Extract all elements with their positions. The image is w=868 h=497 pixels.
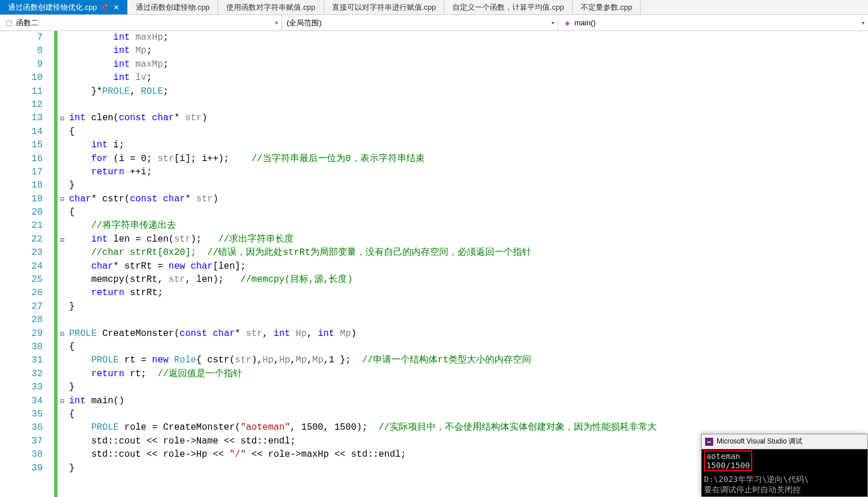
close-icon[interactable]: ✕ bbox=[113, 3, 119, 12]
code-line[interactable]: return rt; //返回值是一个指针 bbox=[69, 368, 868, 381]
fold-spacer bbox=[58, 85, 67, 98]
code-line[interactable] bbox=[69, 314, 868, 327]
line-number: 30 bbox=[0, 341, 43, 354]
fold-spacer bbox=[58, 314, 67, 327]
code-line[interactable]: int maxHp; bbox=[69, 31, 868, 44]
code-line[interactable]: char* cstr(const char* str) bbox=[69, 193, 868, 206]
code-line[interactable]: PROLE rt = new Role{ cstr(str),Hp,Hp,Mp,… bbox=[69, 354, 868, 367]
tab-label: 直接可以对字符串进行赋值.cpp bbox=[332, 2, 436, 13]
line-number: 21 bbox=[0, 219, 43, 232]
fold-spacer bbox=[58, 462, 67, 475]
fold-spacer bbox=[58, 139, 67, 152]
fold-toggle[interactable]: ⊟ bbox=[58, 327, 67, 341]
project-dropdown[interactable]: ⬚ 函数二 ▾ bbox=[0, 15, 282, 30]
code-line[interactable]: int Mp; bbox=[69, 44, 868, 58]
file-tab[interactable]: 直接可以对字符串进行赋值.cpp bbox=[324, 0, 445, 14]
console-line: 1500/1500 bbox=[706, 461, 750, 470]
code-editor[interactable]: int maxHp; int Mp; int maxMp; int lv; }*… bbox=[67, 31, 868, 497]
file-tab[interactable]: 通过函数创建怪物.cpp bbox=[128, 0, 219, 14]
file-tab[interactable]: 不定量参数.cpp bbox=[573, 0, 641, 14]
fold-spacer bbox=[58, 408, 67, 421]
scope-label: (全局范围) bbox=[287, 18, 322, 28]
code-line[interactable]: PROLE role = CreateMonster("aoteman", 15… bbox=[69, 421, 868, 434]
fold-spacer bbox=[58, 368, 67, 381]
tab-bar: 通过函数创建怪物优化.cpp📌✕通过函数创建怪物.cpp使用函数对字符串赋值.c… bbox=[0, 0, 868, 15]
fold-spacer bbox=[58, 246, 67, 259]
fold-spacer bbox=[58, 381, 67, 394]
code-line[interactable]: memcpy(strRt, str, len); //memcpy(目标,源,长… bbox=[69, 273, 868, 286]
tab-label: 通过函数创建怪物优化.cpp bbox=[8, 2, 97, 13]
fold-spacer bbox=[58, 300, 67, 314]
code-line[interactable]: } bbox=[69, 179, 868, 192]
member-label: main() bbox=[574, 18, 596, 27]
navigation-bar: ⬚ 函数二 ▾ (全局范围) ▾ ◈ main() ▾ bbox=[0, 15, 868, 31]
pin-icon[interactable]: 📌 bbox=[101, 4, 108, 10]
fold-toggle[interactable]: ⊟ bbox=[58, 112, 67, 125]
code-line[interactable]: //char strRt[0x20]; //错误，因为此处strRt为局部变量，… bbox=[69, 246, 868, 259]
line-number: 8 bbox=[0, 44, 43, 58]
console-text: 要在调试停止时自动关闭控 bbox=[704, 485, 865, 495]
code-line[interactable]: int main() bbox=[69, 395, 868, 408]
line-number: 36 bbox=[0, 421, 43, 434]
console-output: aoteman 1500/1500 D:\2023年学习\逆向\代码\ 要在调试… bbox=[702, 449, 867, 496]
chevron-down-icon: ▾ bbox=[275, 20, 278, 26]
chevron-down-icon: ▾ bbox=[862, 20, 865, 26]
console-titlebar[interactable]: ∞ Microsoft Visual Studio 调试 bbox=[702, 434, 867, 449]
tab-label: 通过函数创建怪物.cpp bbox=[136, 2, 210, 13]
line-number: 15 bbox=[0, 139, 43, 152]
line-number: 18 bbox=[0, 179, 43, 192]
file-tab[interactable]: 使用函数对字符串赋值.cpp bbox=[218, 0, 324, 14]
fold-toggle[interactable]: ⊟ bbox=[58, 193, 67, 206]
code-line[interactable]: //将字符串传递出去 bbox=[69, 219, 868, 232]
code-line[interactable]: for (i = 0; str[i]; i++); //当字符串最后一位为0，表… bbox=[69, 152, 868, 166]
fold-spacer bbox=[58, 354, 67, 367]
code-line[interactable]: } bbox=[69, 381, 868, 394]
line-number: 12 bbox=[0, 98, 43, 112]
line-number: 31 bbox=[0, 354, 43, 367]
console-title-text: Microsoft Visual Studio 调试 bbox=[717, 437, 802, 446]
code-line[interactable]: int len = clen(str); //求出字符串长度 bbox=[69, 233, 868, 246]
file-tab[interactable]: 通过函数创建怪物优化.cpp📌✕ bbox=[0, 0, 128, 14]
code-line[interactable]: return strRt; bbox=[69, 286, 868, 300]
line-number: 19 bbox=[0, 193, 43, 206]
project-name: 函数二 bbox=[16, 18, 39, 28]
code-line[interactable]: PROLE CreateMonster(const char* str, int… bbox=[69, 327, 868, 341]
debug-console-window[interactable]: ∞ Microsoft Visual Studio 调试 aoteman 150… bbox=[701, 434, 868, 497]
console-line: aoteman bbox=[706, 452, 750, 461]
method-icon: ◈ bbox=[563, 19, 571, 27]
code-line[interactable]: }*PROLE, ROLE; bbox=[69, 85, 868, 98]
fold-spacer bbox=[58, 166, 67, 179]
code-line[interactable]: int maxMp; bbox=[69, 58, 868, 71]
project-icon: ⬚ bbox=[5, 19, 13, 27]
member-dropdown[interactable]: ◈ main() ▾ bbox=[558, 15, 868, 30]
scope-dropdown[interactable]: (全局范围) ▾ bbox=[282, 15, 558, 30]
fold-spacer bbox=[58, 435, 67, 448]
line-number: 24 bbox=[0, 260, 43, 273]
visual-studio-icon: ∞ bbox=[705, 438, 713, 446]
fold-spacer bbox=[58, 98, 67, 112]
console-path: D:\2023年学习\逆向\代码\ bbox=[704, 475, 865, 485]
fold-spacer bbox=[58, 179, 67, 192]
fold-spacer bbox=[58, 341, 67, 354]
code-line[interactable]: int i; bbox=[69, 139, 868, 152]
line-number: 28 bbox=[0, 314, 43, 327]
code-line[interactable]: { bbox=[69, 341, 868, 354]
fold-toggle[interactable]: ⊟ bbox=[58, 395, 67, 408]
line-number: 14 bbox=[0, 125, 43, 139]
code-line[interactable]: { bbox=[69, 125, 868, 139]
fold-column: ⊟⊟⊟⊟⊟ bbox=[58, 31, 67, 497]
fold-spacer bbox=[58, 31, 67, 44]
fold-toggle[interactable]: ⊟ bbox=[58, 233, 67, 246]
code-line[interactable]: return ++i; bbox=[69, 166, 868, 179]
code-line[interactable]: { bbox=[69, 408, 868, 421]
code-line[interactable]: int lv; bbox=[69, 71, 868, 85]
code-line[interactable]: } bbox=[69, 300, 868, 314]
fold-spacer bbox=[58, 421, 67, 434]
code-line[interactable]: int clen(const char* str) bbox=[69, 112, 868, 125]
line-number: 20 bbox=[0, 206, 43, 219]
code-line[interactable]: char* strRt = new char[len]; bbox=[69, 260, 868, 273]
code-line[interactable]: { bbox=[69, 206, 868, 219]
file-tab[interactable]: 自定义一个函数，计算平均值.cpp bbox=[444, 0, 573, 14]
line-number: 27 bbox=[0, 300, 43, 314]
code-line[interactable] bbox=[69, 98, 868, 112]
